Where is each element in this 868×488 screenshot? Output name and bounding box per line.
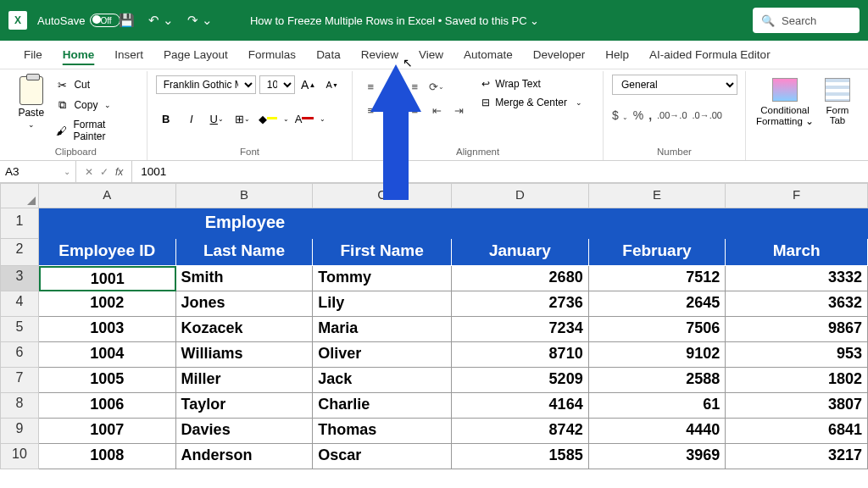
font-name-select[interactable]: Franklin Gothic Me <box>156 75 256 94</box>
row-header-4[interactable]: 4 <box>0 291 39 317</box>
tab-home[interactable]: Home <box>53 43 105 66</box>
cell[interactable]: 1585 <box>452 444 589 469</box>
tab-view[interactable]: View <box>409 43 453 66</box>
conditional-formatting-button[interactable]: Conditional Formatting ⌄ <box>754 75 815 127</box>
inc-decimal-button[interactable]: .00→.0 <box>657 110 687 120</box>
worksheet[interactable]: ABCDEF1Employee2Employee IDLast NameFirs… <box>0 183 868 469</box>
cell[interactable]: 1001 <box>39 266 176 291</box>
row-header-3[interactable]: 3 <box>0 266 39 291</box>
cell[interactable]: Smith <box>176 266 314 291</box>
cell[interactable]: 1003 <box>39 317 176 342</box>
italic-button[interactable]: I <box>181 108 202 129</box>
currency-button[interactable]: $ ⌄ <box>612 108 628 122</box>
copy-button[interactable]: ⧉Copy⌄ <box>53 97 137 114</box>
cell[interactable]: Maria <box>313 317 452 342</box>
cell-header[interactable]: January <box>452 239 589 266</box>
cell[interactable] <box>452 208 589 239</box>
dec-decimal-button[interactable]: .0→.00 <box>693 110 722 120</box>
cell[interactable]: 953 <box>726 342 868 368</box>
number-format-select[interactable]: General <box>612 75 737 95</box>
cell[interactable]: 8710 <box>452 342 589 368</box>
col-header-A[interactable]: A <box>39 183 176 208</box>
format-table-button[interactable]: Form Tab <box>821 75 854 125</box>
cell[interactable]: 2645 <box>589 291 726 317</box>
cell[interactable]: Davies <box>176 419 314 444</box>
cell[interactable]: Jack <box>313 368 452 393</box>
col-header-C[interactable]: C <box>313 183 452 208</box>
undo-icon[interactable]: ↶ ⌄ <box>148 13 174 28</box>
cell[interactable]: Taylor <box>176 393 314 419</box>
tab-help[interactable]: Help <box>595 43 639 66</box>
row-header-1[interactable]: 1 <box>0 208 39 239</box>
tab-file[interactable]: File <box>14 43 53 66</box>
cell-header[interactable]: March <box>726 239 868 266</box>
col-header-D[interactable]: D <box>452 183 589 208</box>
save-icon[interactable]: 💾 <box>119 13 135 28</box>
indent-dec-button[interactable]: ⇤ <box>427 102 446 119</box>
cell-header[interactable]: February <box>589 239 726 266</box>
row-header-6[interactable]: 6 <box>0 342 39 368</box>
fill-color-button[interactable]: ◆ <box>258 108 278 129</box>
cell[interactable]: Charlie <box>313 393 452 419</box>
cell[interactable]: 2680 <box>452 266 589 291</box>
name-box[interactable]: A3 ⌄ <box>0 161 76 182</box>
formula-input[interactable]: 1001 <box>132 165 868 178</box>
cell[interactable] <box>726 208 868 239</box>
col-header-B[interactable]: B <box>176 183 314 208</box>
comma-button[interactable]: , <box>648 108 652 122</box>
shrink-font-button[interactable]: A▼ <box>322 75 342 95</box>
cell[interactable]: 3969 <box>589 444 726 469</box>
row-header-9[interactable]: 9 <box>0 419 39 444</box>
cell[interactable]: 6841 <box>726 419 868 444</box>
cell[interactable]: Lily <box>313 291 452 317</box>
font-size-select[interactable]: 10 <box>259 75 295 94</box>
cell[interactable]: Tommy <box>313 266 452 291</box>
fx-icon[interactable]: fx <box>115 166 123 178</box>
cell-header[interactable]: Last Name <box>176 239 314 266</box>
cell[interactable]: 7234 <box>452 317 589 342</box>
bold-button[interactable]: B <box>156 108 176 129</box>
align-left-button[interactable]: ≡ <box>361 102 380 119</box>
cell-header[interactable]: First Name <box>313 239 452 266</box>
cell[interactable]: 1007 <box>39 419 176 444</box>
cell[interactable]: 1008 <box>39 444 176 469</box>
wrap-text-button[interactable]: ↩Wrap Text <box>481 78 582 90</box>
cell[interactable]: 9102 <box>589 342 726 368</box>
cell[interactable] <box>589 208 726 239</box>
tab-ai-aided-formula-editor[interactable]: AI-aided Formula Editor <box>639 43 781 66</box>
cell[interactable]: 3807 <box>726 393 868 419</box>
grow-font-button[interactable]: A▲ <box>298 75 319 95</box>
orientation-button[interactable]: ⟳⌄ <box>427 78 446 95</box>
cut-button[interactable]: ✂Cut <box>53 76 137 93</box>
cell[interactable]: 3332 <box>726 266 868 291</box>
indent-inc-button[interactable]: ⇥ <box>449 102 468 119</box>
tab-formulas[interactable]: Formulas <box>238 43 306 66</box>
border-button[interactable]: ⊞⌄ <box>232 108 253 129</box>
cancel-icon[interactable]: ✕ <box>85 166 93 178</box>
cell[interactable]: Oscar <box>313 444 452 469</box>
doc-title[interactable]: How to Freeze Multiple Rows in Excel • S… <box>250 14 539 27</box>
cell[interactable]: 7512 <box>589 266 726 291</box>
row-header-8[interactable]: 8 <box>0 393 39 419</box>
cell[interactable]: 3632 <box>726 291 868 317</box>
col-header-E[interactable]: E <box>589 183 726 208</box>
autosave-toggle[interactable]: AutoSave Off <box>37 14 112 27</box>
align-bottom-button[interactable]: ≡ <box>405 78 424 95</box>
cell[interactable]: 1004 <box>39 342 176 368</box>
row-header-10[interactable]: 10 <box>0 444 39 469</box>
row-header-7[interactable]: 7 <box>0 368 39 393</box>
cell[interactable]: 61 <box>589 393 726 419</box>
cell[interactable]: 8742 <box>452 419 589 444</box>
cell-header[interactable]: Employee ID <box>39 239 176 266</box>
cell[interactable]: 3217 <box>726 444 868 469</box>
row-header-5[interactable]: 5 <box>0 317 39 342</box>
cell[interactable]: 1006 <box>39 393 176 419</box>
tab-insert[interactable]: Insert <box>104 43 153 66</box>
tab-data[interactable]: Data <box>306 43 351 66</box>
font-color-button[interactable]: A <box>294 108 314 129</box>
cell[interactable]: Miller <box>176 368 314 393</box>
cell[interactable]: 2588 <box>589 368 726 393</box>
cell-title[interactable]: Employee <box>39 208 452 239</box>
col-header-F[interactable]: F <box>726 183 868 208</box>
underline-button[interactable]: U⌄ <box>207 108 227 129</box>
